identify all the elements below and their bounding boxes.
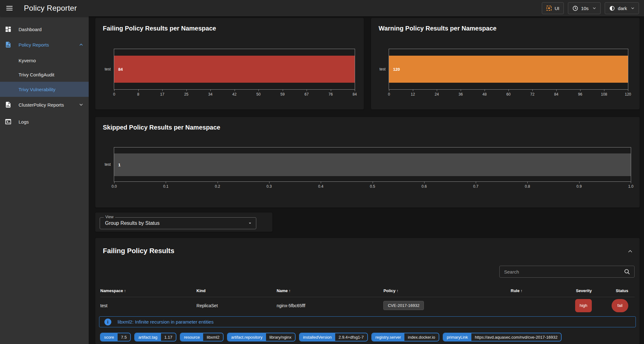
sidebar-item-label: Dashboard bbox=[19, 27, 42, 32]
vulnerability-link[interactable]: libxml2: Infinite recursion in parameter… bbox=[118, 319, 214, 325]
x-axis-tick bbox=[162, 89, 163, 91]
x-axis-tick-label: 34 bbox=[208, 92, 212, 97]
table-row[interactable]: test ReplicaSet nginx-5fbc65fff CVE-2017… bbox=[100, 297, 635, 314]
x-axis-tick-label: 67 bbox=[304, 92, 308, 97]
x-axis-tick bbox=[321, 181, 321, 183]
property-chip-primaryLink[interactable]: primaryLinkhttps://avd.aquasec.com/nvd/c… bbox=[443, 333, 562, 341]
chip-label: primaryLink bbox=[443, 333, 471, 341]
x-axis-tick bbox=[413, 89, 413, 91]
x-axis-tick bbox=[307, 89, 307, 91]
sidebar-item-kyverno[interactable]: Kyverno bbox=[0, 53, 89, 68]
x-axis-tick-label: 0 bbox=[388, 92, 390, 97]
column-header-kind[interactable]: Kind bbox=[197, 288, 277, 293]
vulnerability-alert: i libxml2: Infinite recursion in paramet… bbox=[99, 316, 636, 327]
failing-chart-card: Failing Policy Results per Namespace tes… bbox=[95, 18, 364, 109]
search-icon[interactable] bbox=[624, 268, 630, 275]
chart-title: Skipped Policy Results per Namespace bbox=[103, 124, 220, 131]
x-axis-tick-label: 17 bbox=[160, 92, 164, 97]
policy-chip[interactable]: CVE-2017-16932 bbox=[383, 301, 424, 310]
property-chip-artifact-tag: artifact.tag1.17 bbox=[134, 333, 176, 341]
chevron-down-icon bbox=[248, 221, 252, 225]
menu-icon[interactable] bbox=[6, 4, 13, 12]
column-header-namespace[interactable]: Namespace↑ bbox=[100, 288, 197, 293]
ui-profile-button[interactable]: UI bbox=[542, 2, 564, 14]
sidebar-item-trivy-vulnerability[interactable]: Trivy Vulnerability bbox=[0, 82, 89, 97]
x-axis-tick bbox=[437, 89, 437, 91]
x-axis-tick-label: 108 bbox=[601, 92, 607, 97]
sidebar-item-label: Logs bbox=[19, 119, 29, 125]
chip-value: 1.17 bbox=[161, 333, 176, 341]
x-axis-tick bbox=[186, 89, 187, 91]
view-select[interactable]: View Group Results by Status bbox=[100, 217, 256, 229]
column-header-policy[interactable]: Policy↑ bbox=[383, 288, 485, 293]
bar-value-label: 120 bbox=[393, 67, 400, 72]
failing-bar: 84 bbox=[114, 56, 355, 83]
x-axis-tick-label: 42 bbox=[232, 92, 236, 97]
column-header-name[interactable]: Name↑ bbox=[277, 288, 384, 293]
view-select-card: View Group Results by Status bbox=[95, 213, 272, 232]
sidebar-item-label: Trivy ConfigAudit bbox=[19, 72, 54, 77]
search-input[interactable] bbox=[500, 269, 624, 275]
x-axis-tick bbox=[604, 89, 604, 91]
cell-status: fail bbox=[592, 299, 635, 312]
ui-button-label: UI bbox=[555, 6, 559, 11]
x-axis-tick-label: 120 bbox=[625, 92, 631, 97]
chip-label: artifact.tag bbox=[135, 333, 161, 341]
x-axis-tick-label: 12 bbox=[411, 92, 415, 97]
chevron-down-icon bbox=[631, 6, 635, 10]
x-axis-tick-label: 0.9 bbox=[576, 184, 582, 189]
x-axis-tick bbox=[166, 181, 166, 183]
x-axis-tick-label: 0.8 bbox=[525, 184, 530, 189]
x-axis-tick-label: 0.1 bbox=[163, 184, 169, 189]
x-axis-tick-label: 1.0 bbox=[628, 184, 634, 189]
property-chip-installedVersion: installedVersion2.9.4+dfsg1-7 bbox=[299, 333, 368, 341]
sidebar-item-policy-reports[interactable]: Policy Reports bbox=[0, 37, 89, 52]
column-header-rule[interactable]: Rule↑ bbox=[485, 288, 522, 293]
app-bar: Policy Reporter UI 10s dark bbox=[0, 0, 644, 16]
x-axis-tick-label: 60 bbox=[506, 92, 510, 97]
sidebar-item-logs[interactable]: Logs bbox=[0, 114, 89, 129]
refresh-interval-select[interactable]: 10s bbox=[568, 2, 601, 14]
ui-frame-icon bbox=[546, 5, 552, 11]
x-axis-tick bbox=[579, 181, 580, 183]
sidebar-item-label: Kyverno bbox=[19, 58, 36, 63]
x-axis-tick bbox=[373, 181, 373, 183]
failing-results-card: Failing Policy Results Namespace↑KindNam… bbox=[95, 238, 640, 344]
x-axis-tick bbox=[355, 89, 355, 91]
skipped-chart-plot: test 1 0.00.10.20.30.40.50.60.70.80.91.0 bbox=[114, 147, 631, 182]
sidebar-item-trivy-configaudit[interactable]: Trivy ConfigAudit bbox=[0, 67, 89, 82]
x-axis-tick bbox=[424, 181, 425, 183]
console-icon bbox=[4, 118, 12, 125]
chip-value[interactable]: https://avd.aquasec.com/nvd/cve-2017-169… bbox=[471, 333, 561, 341]
x-axis-tick bbox=[461, 89, 461, 91]
results-title: Failing Policy Results bbox=[103, 247, 174, 255]
chart-title: Failing Policy Results per Namespace bbox=[103, 25, 216, 32]
x-axis-tick bbox=[631, 181, 631, 183]
chip-value: libxml2 bbox=[203, 333, 223, 341]
property-chip-registry-server: registry.serverindex.docker.io bbox=[371, 333, 439, 341]
refresh-interval-value: 10s bbox=[581, 6, 589, 11]
x-axis-tick-label: 72 bbox=[530, 92, 534, 97]
file-chart-icon bbox=[4, 41, 12, 48]
property-chip-resource: resourcelibxml2 bbox=[180, 333, 224, 341]
property-chip-artifact-repository: artifact.repositorylibrary/nginx bbox=[227, 333, 296, 341]
x-axis-tick bbox=[210, 89, 211, 91]
chart-title: Warning Policy Results per Namespace bbox=[379, 25, 497, 32]
x-axis-tick bbox=[114, 89, 114, 91]
table-header-row: Namespace↑KindName↑Policy↑Rule↑SeverityS… bbox=[100, 285, 635, 297]
x-axis-tick bbox=[218, 181, 218, 183]
column-header-status[interactable]: Status bbox=[592, 288, 635, 293]
collapse-chevron-up-icon[interactable] bbox=[627, 248, 633, 254]
chip-label: registry.server bbox=[372, 333, 404, 341]
clock-icon bbox=[572, 5, 578, 11]
cell-policy: CVE-2017-16932 bbox=[383, 301, 485, 310]
column-header-severity[interactable]: Severity bbox=[522, 288, 592, 293]
x-axis-tick-label: 0.6 bbox=[421, 184, 427, 189]
x-axis-tick-label: 0.5 bbox=[370, 184, 375, 189]
sidebar-item-dashboard[interactable]: Dashboard bbox=[0, 22, 89, 37]
sidebar-item-clusterpolicy-reports[interactable]: ClusterPolicy Reports bbox=[0, 97, 89, 112]
theme-select[interactable]: dark bbox=[605, 2, 639, 14]
x-axis-tick-label: 0.4 bbox=[318, 184, 324, 189]
sidebar: DashboardPolicy ReportsKyvernoTrivy Conf… bbox=[0, 16, 89, 344]
info-icon: i bbox=[104, 319, 111, 325]
